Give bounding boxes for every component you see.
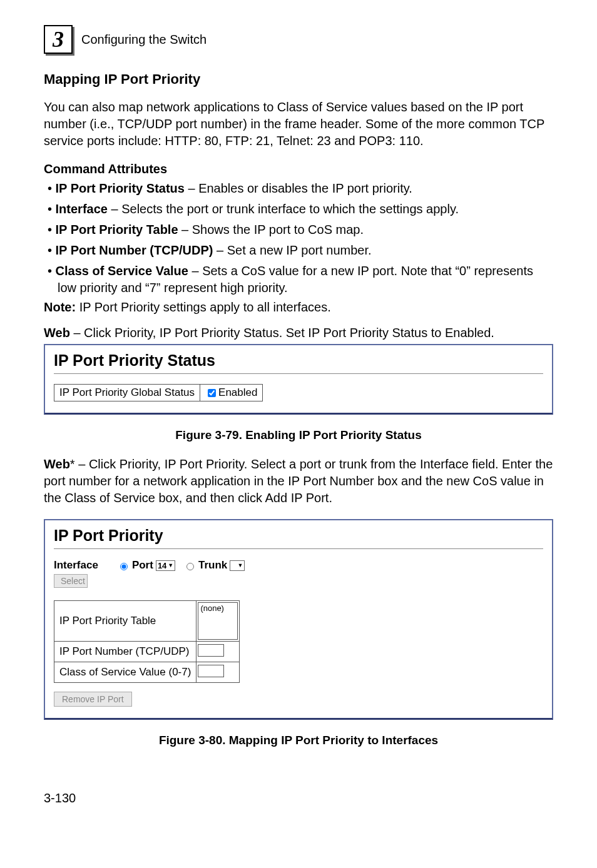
trunk-select[interactable]: ▼ [230,560,245,571]
attr-name: IP Port Number (TCP/UDP) [56,243,213,257]
cos-value-input[interactable] [198,665,224,677]
table-row: Class of Service Value (0-7) [54,662,240,683]
panel-divider [54,373,543,374]
attr-name: Class of Service Value [56,264,188,278]
enabled-label: Enabled [218,386,257,398]
cos-value-cell [196,662,240,683]
page-header: 3 Configuring the Switch [44,25,553,54]
attributes-list: IP Port Priority Status – Enables or dis… [44,180,553,296]
port-select[interactable]: 14▼ [156,560,175,571]
figure-80-caption: Figure 3-80. Mapping IP Port Priority to… [44,734,553,747]
note-line: Note: IP Port Priority settings apply to… [44,300,553,315]
ip-port-priority-listbox[interactable]: (none) [198,602,238,640]
port-select-value: 14 [158,561,166,570]
table-row: IP Port Priority Table (none) [54,601,240,642]
port-priority-table: IP Port Priority Table (none) IP Port Nu… [54,600,240,683]
panel-title: IP Port Priority [54,527,543,545]
attr-ip-port-priority-table: IP Port Priority Table – Shows the IP po… [48,221,553,238]
attr-desc: – Set a new IP port number. [213,243,371,257]
web-instruction-2: Web* – Click Priority, IP Port Priority.… [44,456,553,507]
chapter-number-icon: 3 [44,25,73,54]
header-title: Configuring the Switch [81,33,207,47]
attr-desc: – Enables or disables the IP port priori… [185,181,412,195]
web-text: – Click Priority, IP Port Priority. Sele… [44,457,553,505]
port-radio[interactable] [120,563,128,570]
attr-name: Interface [56,202,108,216]
attr-name: IP Port Priority Table [56,223,178,236]
note-label: Note: [44,300,76,314]
attr-ip-port-number: IP Port Number (TCP/UDP) – Set a new IP … [48,242,553,259]
select-button[interactable]: Select [54,574,88,588]
trunk-radio-label: Trunk [198,559,227,572]
table-row: IP Port Number (TCP/UDP) [54,642,240,662]
page-number: 3-130 [44,791,553,805]
command-attributes-heading: Command Attributes [44,162,553,176]
section-title: Mapping IP Port Priority [44,71,553,88]
status-row-label: IP Port Priority Global Status [54,385,200,401]
interface-radio-group: Port 14▼ Trunk ▼ [117,559,245,572]
attr-class-of-service: Class of Service Value – Sets a CoS valu… [48,263,553,296]
attr-name: IP Port Priority Status [56,181,185,195]
status-table: IP Port Priority Global Status Enabled [54,384,263,401]
port-radio-label: Port [132,559,153,572]
attr-ip-port-priority-status: IP Port Priority Status – Enables or dis… [48,180,553,197]
web-text: – Click Priority, IP Port Priority Statu… [70,326,494,340]
figure-79-caption: Figure 3-79. Enabling IP Port Priority S… [44,428,553,442]
ip-port-number-input[interactable] [198,644,224,657]
ip-port-number-cell [196,642,240,662]
web-star: * [70,457,75,471]
panel-divider [54,548,543,549]
panel-title: IP Port Priority Status [54,351,543,370]
chevron-down-icon: ▼ [168,562,173,568]
attr-interface: Interface – Selects the port or trunk in… [48,201,553,218]
attr-desc: – Selects the port or trunk interface to… [108,202,459,216]
ip-port-priority-table-label: IP Port Priority Table [54,601,196,642]
attr-desc: – Shows the IP port to CoS map. [178,223,364,236]
ip-port-priority-status-panel: IP Port Priority Status IP Port Priority… [44,344,553,415]
chevron-down-icon: ▼ [238,562,243,568]
ip-port-priority-panel: IP Port Priority Interface Select Port 1… [44,519,553,720]
status-row-value-cell: Enabled [200,385,263,401]
ip-port-number-label: IP Port Number (TCP/UDP) [54,642,196,662]
intro-paragraph: You can also map network applications to… [44,99,553,149]
web-label: Web [44,457,70,471]
web-label: Web [44,326,70,340]
remove-ip-port-button[interactable]: Remove IP Port [54,692,132,707]
trunk-radio[interactable] [186,563,194,570]
interface-label: Interface [54,559,98,572]
note-text: IP Port Priority settings apply to all i… [76,300,331,314]
web-instruction-1: Web – Click Priority, IP Port Priority S… [44,326,553,340]
ip-port-priority-table-cell: (none) [196,601,240,642]
enabled-checkbox[interactable] [208,389,216,397]
cos-value-label: Class of Service Value (0-7) [54,662,196,683]
interface-row: Interface Select Port 14▼ Trunk ▼ [54,559,543,588]
